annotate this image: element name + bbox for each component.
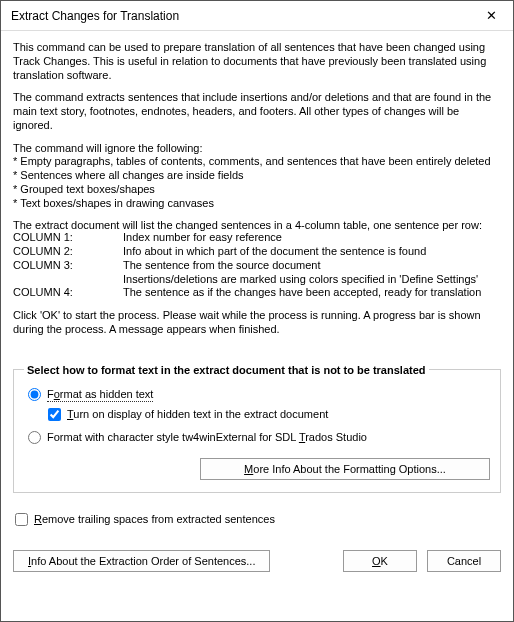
window-title: Extract Changes for Translation <box>11 9 469 23</box>
check-remove-trailing[interactable]: Remove trailing spaces from extracted se… <box>15 513 501 526</box>
intro-p1: This command can be used to prepare tran… <box>13 41 501 82</box>
format-group: Select how to format text in the extract… <box>13 364 501 493</box>
radio-hidden-input[interactable] <box>28 388 41 401</box>
format-legend: Select how to format text in the extract… <box>24 364 429 376</box>
col1-key: COLUMN 1: <box>13 231 123 245</box>
dialog-body: This command can be used to prepare tran… <box>1 31 513 621</box>
col3-val2: Insertions/deletions are marked using co… <box>123 273 478 287</box>
columns-intro: The extract document will list the chang… <box>13 219 501 231</box>
col3-val: The sentence from the source document <box>123 259 321 273</box>
radio-char-style-label: Format with character style tw4winExtern… <box>47 431 367 443</box>
col2-key: COLUMN 2: <box>13 245 123 259</box>
ignore-2: * Sentences where all changes are inside… <box>13 169 501 183</box>
intro-p2: The command extracts sentences that incl… <box>13 91 501 132</box>
ignore-block: The command will ignore the following: *… <box>13 142 501 211</box>
check-turn-on-hidden[interactable]: Turn on display of hidden text in the ex… <box>48 408 490 421</box>
info-extraction-order-button[interactable]: Info About the Extraction Order of Sente… <box>13 550 270 572</box>
radio-char-style[interactable]: Format with character style tw4winExtern… <box>28 431 490 444</box>
check-remove-trailing-input[interactable] <box>15 513 28 526</box>
radio-hidden-label: Format as hidden text <box>47 388 153 402</box>
ignore-1: * Empty paragraphs, tables of contents, … <box>13 155 501 169</box>
check-turn-on-hidden-label: Turn on display of hidden text in the ex… <box>67 408 328 420</box>
col4-key: COLUMN 4: <box>13 286 123 300</box>
check-turn-on-hidden-input[interactable] <box>48 408 61 421</box>
button-row: Info About the Extraction Order of Sente… <box>13 550 501 572</box>
col2-val: Info about in which part of the document… <box>123 245 426 259</box>
ignore-4: * Text boxes/shapes in drawing canvases <box>13 197 501 211</box>
cancel-button[interactable]: Cancel <box>427 550 501 572</box>
close-icon: ✕ <box>486 8 497 23</box>
radio-hidden-text[interactable]: Format as hidden text <box>28 388 490 402</box>
ok-button[interactable]: OK <box>343 550 417 572</box>
more-info-button[interactable]: More Info About the Formatting Options..… <box>200 458 490 480</box>
titlebar: Extract Changes for Translation ✕ <box>1 1 513 31</box>
ignore-3: * Grouped text boxes/shapes <box>13 183 501 197</box>
columns-block: The extract document will list the chang… <box>13 219 501 300</box>
check-remove-trailing-label: Remove trailing spaces from extracted se… <box>34 513 275 525</box>
radio-char-style-input[interactable] <box>28 431 41 444</box>
col1-val: Index number for easy reference <box>123 231 282 245</box>
ok-hint: Click 'OK' to start the process. Please … <box>13 309 501 337</box>
close-button[interactable]: ✕ <box>469 2 513 30</box>
ignore-title: The command will ignore the following: <box>13 142 501 156</box>
col3-key: COLUMN 3: <box>13 259 123 273</box>
col4-val: The sentence as if the changes have been… <box>123 286 481 300</box>
